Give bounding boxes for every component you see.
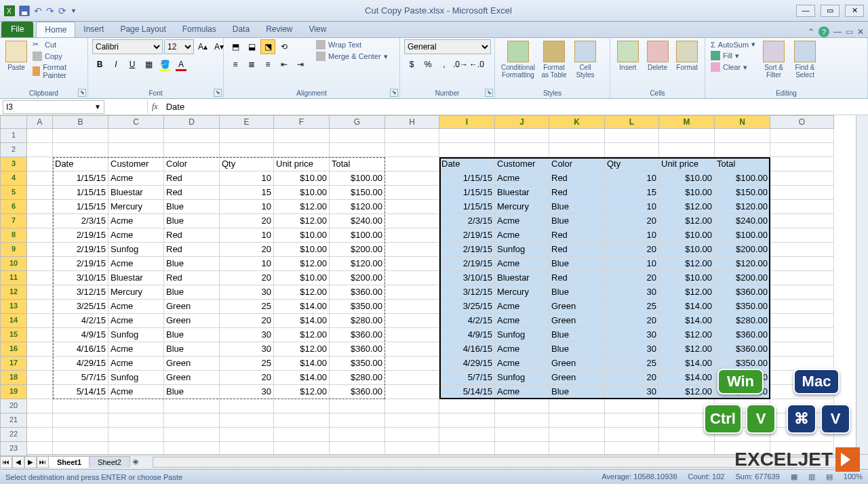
cell-O8[interactable] (770, 228, 834, 243)
cell-F5[interactable]: $10.00 (274, 186, 330, 200)
cell-O6[interactable] (770, 200, 834, 214)
cell-K11[interactable]: Red (549, 271, 605, 285)
cell-styles-button[interactable]: Cell Styles (571, 39, 599, 80)
workbook-restore-icon[interactable]: ▭ (846, 27, 853, 37)
cell-B22[interactable] (53, 428, 108, 442)
cell-B2[interactable] (53, 143, 108, 157)
cell-G4[interactable]: $100.00 (330, 171, 385, 186)
cell-N3[interactable]: Total (715, 157, 770, 171)
cell-B14[interactable]: 4/2/15 (53, 314, 108, 328)
cell-M5[interactable]: $10.00 (659, 186, 715, 200)
cell-G17[interactable]: $350.00 (330, 357, 385, 371)
cell-H6[interactable] (385, 200, 439, 214)
cell-D20[interactable] (164, 399, 220, 413)
cell-L19[interactable]: 30 (605, 385, 659, 399)
cell-N1[interactable] (715, 129, 770, 143)
cell-H17[interactable] (385, 357, 439, 371)
tab-review[interactable]: Review (258, 22, 300, 37)
decrease-indent-icon[interactable]: ⇤ (277, 57, 292, 72)
cell-N6[interactable]: $120.00 (715, 200, 770, 214)
sheet-tab-sheet1[interactable]: Sheet1 (48, 456, 90, 468)
cell-I5[interactable]: 1/15/15 (439, 186, 495, 200)
number-launcher[interactable]: ⬊ (485, 89, 493, 97)
row-header-12[interactable]: 12 (0, 285, 27, 300)
cell-E9[interactable]: 20 (220, 243, 274, 257)
cell-F22[interactable] (274, 428, 330, 442)
cell-I23[interactable] (439, 442, 495, 456)
cell-D7[interactable]: Blue (164, 214, 220, 228)
row-header-3[interactable]: 3 (0, 157, 27, 171)
cell-F21[interactable] (274, 413, 330, 428)
cell-N2[interactable] (715, 143, 770, 157)
cell-F10[interactable]: $12.00 (274, 257, 330, 271)
col-header-E[interactable]: E (220, 115, 274, 129)
cell-N16[interactable]: $360.00 (715, 342, 770, 357)
cell-N11[interactable]: $200.00 (715, 271, 770, 285)
cell-M7[interactable]: $12.00 (659, 214, 715, 228)
cell-I7[interactable]: 2/3/15 (439, 214, 495, 228)
row-header-13[interactable]: 13 (0, 300, 27, 314)
cell-J16[interactable]: Acme (495, 342, 549, 357)
view-pagebreak-icon[interactable]: ▤ (826, 472, 833, 481)
align-bottom-icon[interactable]: ⬔ (260, 39, 275, 54)
cell-I6[interactable]: 1/15/15 (439, 200, 495, 214)
cell-E12[interactable]: 30 (220, 285, 274, 300)
font-size-combo[interactable]: 12 (164, 39, 194, 54)
row-header-11[interactable]: 11 (0, 271, 27, 285)
cell-K5[interactable]: Red (549, 186, 605, 200)
col-header-B[interactable]: B (53, 115, 108, 129)
cell-A2[interactable] (27, 143, 53, 157)
cell-A12[interactable] (27, 285, 53, 300)
cell-C15[interactable]: Sunfog (108, 328, 164, 342)
cell-N4[interactable]: $100.00 (715, 171, 770, 186)
cell-H14[interactable] (385, 314, 439, 328)
alignment-launcher[interactable]: ⬊ (390, 89, 398, 97)
cell-D19[interactable]: Blue (164, 385, 220, 399)
cell-A21[interactable] (27, 413, 53, 428)
cell-F7[interactable]: $12.00 (274, 214, 330, 228)
cell-D10[interactable]: Blue (164, 257, 220, 271)
cell-G16[interactable]: $360.00 (330, 342, 385, 357)
clipboard-launcher[interactable]: ⬊ (78, 89, 86, 97)
cell-L17[interactable]: 25 (605, 357, 659, 371)
cell-K8[interactable]: Red (549, 228, 605, 243)
worksheet-grid[interactable]: ABCDEFGHIJKLMNO 123456789101112131415161… (0, 115, 868, 454)
font-launcher[interactable]: ⬊ (214, 89, 222, 97)
row-header-10[interactable]: 10 (0, 257, 27, 271)
cell-G10[interactable]: $120.00 (330, 257, 385, 271)
cell-O15[interactable] (770, 328, 834, 342)
cell-D18[interactable]: Green (164, 371, 220, 385)
cell-C16[interactable]: Acme (108, 342, 164, 357)
cell-C19[interactable]: Acme (108, 385, 164, 399)
help-icon[interactable]: ? (818, 26, 829, 37)
cell-C8[interactable]: Acme (108, 228, 164, 243)
cell-B23[interactable] (53, 442, 108, 456)
cell-M9[interactable]: $10.00 (659, 243, 715, 257)
cell-E7[interactable]: 20 (220, 214, 274, 228)
row-header-16[interactable]: 16 (0, 342, 27, 357)
cell-M12[interactable]: $12.00 (659, 285, 715, 300)
cell-F18[interactable]: $14.00 (274, 371, 330, 385)
cell-C11[interactable]: Bluestar (108, 271, 164, 285)
cell-H4[interactable] (385, 171, 439, 186)
cell-L15[interactable]: 30 (605, 328, 659, 342)
delete-cells-button[interactable]: Delete (644, 39, 671, 73)
cell-D21[interactable] (164, 413, 220, 428)
cell-L21[interactable] (605, 413, 659, 428)
row-header-21[interactable]: 21 (0, 413, 27, 428)
namebox-dropdown-icon[interactable]: ▼ (94, 103, 101, 110)
cell-I13[interactable]: 3/25/15 (439, 300, 495, 314)
cell-E6[interactable]: 10 (220, 200, 274, 214)
align-center-icon[interactable]: ≣ (244, 57, 259, 72)
cell-F8[interactable]: $10.00 (274, 228, 330, 243)
cell-C20[interactable] (108, 399, 164, 413)
cell-G14[interactable]: $280.00 (330, 314, 385, 328)
increase-indent-icon[interactable]: ⇥ (293, 57, 308, 72)
col-header-C[interactable]: C (108, 115, 164, 129)
cell-M1[interactable] (659, 129, 715, 143)
zoom-level[interactable]: 100% (844, 472, 863, 481)
align-right-icon[interactable]: ≡ (260, 57, 275, 72)
cell-G20[interactable] (330, 399, 385, 413)
cell-E4[interactable]: 10 (220, 171, 274, 186)
close-button[interactable]: ✕ (845, 5, 864, 17)
